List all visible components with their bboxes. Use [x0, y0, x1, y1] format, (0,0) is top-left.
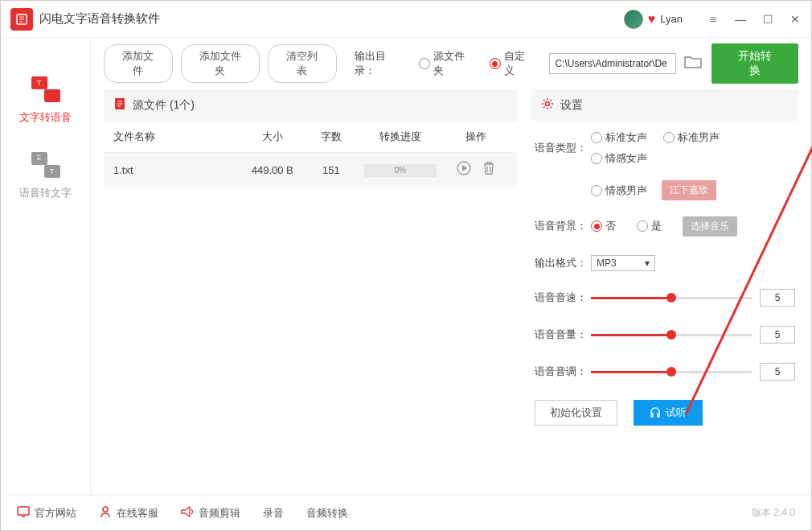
user-area[interactable]: ♥ Lyan: [624, 10, 683, 29]
voice-option[interactable]: 情感男声: [591, 183, 647, 198]
voice-option[interactable]: 情感女声: [591, 151, 647, 166]
table-row[interactable]: 1.txt 449.00 B 151 0%: [104, 153, 517, 187]
voice-option[interactable]: 标准男声: [663, 130, 720, 145]
footer-audio-convert[interactable]: 音频转换: [306, 506, 348, 521]
body: T 文字转语音 ⠿ T 语音转文字 添加文件 添加文件夹 清空列表 输出目录：: [1, 38, 811, 495]
version-text: 版本 2.4.0: [752, 506, 795, 520]
browse-folder-icon[interactable]: [684, 55, 702, 73]
maximize-icon[interactable]: ☐: [761, 13, 774, 26]
voice-extra-row: 情感男声 江下嘉欣: [535, 180, 795, 200]
close-icon[interactable]: ✕: [789, 13, 802, 26]
cell-progress: 0%: [355, 163, 445, 177]
footer-official-site[interactable]: 官方网站: [17, 506, 76, 521]
speed-slider[interactable]: [591, 297, 752, 299]
source-panel: 源文件 (1个) 文件名称 大小 字数 转换进度 操作 1.txt 449.00: [104, 89, 517, 495]
content: 源文件 (1个) 文件名称 大小 字数 转换进度 操作 1.txt 449.00: [91, 89, 811, 495]
settings-buttons: 初始化设置 试听: [535, 400, 795, 426]
bg-label: 语音背景：: [535, 219, 591, 233]
sidebar-item-speech-to-text[interactable]: ⠿ T 语音转文字: [1, 138, 90, 213]
play-icon[interactable]: [457, 161, 471, 179]
cell-ops: [445, 161, 507, 179]
radio-source-folder[interactable]: 源文件夹: [419, 49, 475, 78]
format-label: 输出格式：: [535, 256, 591, 270]
source-header: 源文件 (1个): [104, 89, 517, 121]
radio-icon: [419, 58, 430, 69]
document-icon: [113, 97, 126, 113]
radio-icon: [490, 58, 501, 69]
voice-name-button[interactable]: 江下嘉欣: [662, 180, 716, 200]
avatar[interactable]: [624, 10, 643, 29]
volume-slider[interactable]: [591, 334, 752, 336]
voice-options: 标准女声 标准男声 情感女声: [591, 130, 795, 166]
voice-option[interactable]: 标准女声: [591, 130, 647, 145]
col-name: 文件名称: [113, 130, 238, 144]
speed-row: 语音音速： 5: [535, 289, 795, 307]
megaphone-icon: [181, 506, 194, 521]
bg-no-radio[interactable]: 否: [591, 219, 616, 233]
settings-header-text: 设置: [560, 98, 583, 113]
pitch-label: 语音音调：: [535, 364, 591, 379]
output-dir-label: 输出目录：: [355, 49, 407, 78]
cell-size: 449.00 B: [238, 164, 307, 176]
bg-yes-radio[interactable]: 是: [637, 219, 662, 233]
volume-row: 语音音量： 5: [535, 326, 795, 344]
footer-record[interactable]: 录音: [263, 506, 284, 521]
start-convert-button[interactable]: 开始转换: [712, 43, 798, 84]
settings-body: 语音类型： 标准女声 标准男声 情感女声 情感男声 江下嘉欣: [531, 121, 798, 435]
speed-value[interactable]: 5: [760, 289, 795, 307]
bg-row: 语音背景： 否 是 选择音乐: [535, 215, 795, 237]
settings-header: 设置: [531, 89, 798, 121]
cell-count: 151: [307, 164, 355, 176]
sidebar-item-label: 语音转文字: [19, 186, 72, 200]
clear-list-button[interactable]: 清空列表: [268, 44, 337, 83]
format-dropdown[interactable]: MP3 ▾: [591, 255, 655, 271]
svg-point-3: [546, 102, 550, 106]
delete-icon[interactable]: [482, 161, 495, 179]
speed-label: 语音音速：: [535, 290, 591, 305]
sidebar-item-text-to-speech[interactable]: T 文字转语音: [1, 62, 90, 138]
listen-button[interactable]: 试听: [634, 400, 703, 426]
speech-to-text-icon: ⠿ T: [31, 152, 60, 178]
voice-type-label: 语音类型：: [535, 141, 591, 155]
volume-value[interactable]: 5: [760, 326, 795, 344]
svg-rect-5: [18, 507, 29, 515]
text-to-speech-icon: T: [31, 76, 60, 102]
add-folder-button[interactable]: 添加文件夹: [181, 44, 260, 83]
pitch-row: 语音音调： 5: [535, 363, 795, 381]
gear-icon: [541, 97, 554, 113]
table-header: 文件名称 大小 字数 转换进度 操作: [104, 121, 517, 153]
pitch-slider[interactable]: [591, 371, 752, 373]
footer-customer-service[interactable]: 在线客服: [99, 505, 158, 521]
select-music-button[interactable]: 选择音乐: [683, 216, 737, 237]
app-window: 闪电文字语音转换软件 ♥ Lyan ≡ — ☐ ✕ T 文字转语音: [0, 0, 812, 531]
col-size: 大小: [238, 130, 307, 144]
sidebar: T 文字转语音 ⠿ T 语音转文字: [1, 38, 91, 495]
add-file-button[interactable]: 添加文件: [104, 44, 173, 83]
col-ops: 操作: [445, 130, 507, 144]
footer: 官方网站 在线客服 音频剪辑 录音 音频转换 版本 2.4.0: [1, 495, 811, 530]
col-count: 字数: [307, 130, 355, 144]
svg-point-6: [103, 507, 108, 512]
radio-custom[interactable]: 自定义: [490, 49, 535, 78]
settings-panel: 设置 语音类型： 标准女声 标准男声 情感女声 情感男声: [531, 89, 798, 495]
output-path-input[interactable]: [549, 53, 676, 74]
titlebar: 闪电文字语音转换软件 ♥ Lyan ≡ — ☐ ✕: [1, 1, 811, 38]
init-settings-button[interactable]: 初始化设置: [535, 400, 617, 426]
username: Lyan: [660, 13, 683, 25]
headphone-icon: [650, 406, 661, 420]
toolbar: 添加文件 添加文件夹 清空列表 输出目录： 源文件夹 自定义 开始转换: [91, 38, 811, 89]
main: 添加文件 添加文件夹 清空列表 输出目录： 源文件夹 自定义 开始转换: [91, 38, 811, 495]
app-title: 闪电文字语音转换软件: [39, 11, 624, 27]
vip-icon: ♥: [648, 12, 656, 27]
menu-icon[interactable]: ≡: [707, 13, 720, 26]
col-progress: 转换进度: [355, 130, 445, 144]
minimize-icon[interactable]: —: [734, 13, 747, 26]
progress-bar: 0%: [364, 164, 437, 177]
sidebar-item-label: 文字转语音: [19, 110, 72, 125]
pitch-value[interactable]: 5: [760, 363, 795, 381]
cell-name: 1.txt: [113, 164, 238, 176]
voice-type-row: 语音类型： 标准女声 标准男声 情感女声: [535, 130, 795, 166]
monitor-icon: [17, 506, 30, 521]
file-table: 文件名称 大小 字数 转换进度 操作 1.txt 449.00 B 151 0%: [104, 121, 517, 187]
footer-audio-edit[interactable]: 音频剪辑: [181, 506, 240, 521]
